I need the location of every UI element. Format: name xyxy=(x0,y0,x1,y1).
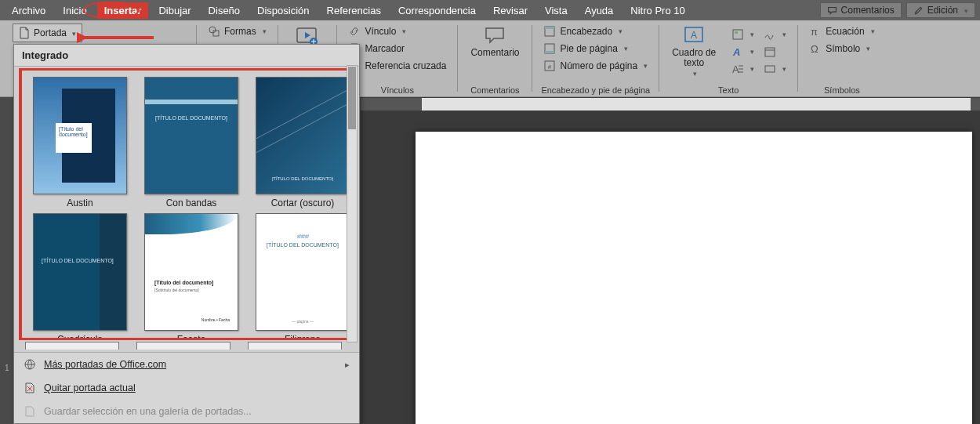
link-button[interactable]: Vínculo xyxy=(345,24,449,39)
wordart-button[interactable]: A xyxy=(728,44,757,60)
ribbon-group-header-footer: Encabezado Pie de página # Número de pág… xyxy=(532,20,659,96)
thumb-label: Cortar (oscuro) xyxy=(271,198,335,208)
comments-button[interactable]: Comentarios xyxy=(820,2,902,18)
editing-label: Edición xyxy=(927,5,958,16)
cover-thumb-faceta[interactable]: [Título del documento][Subtítulo del doc… xyxy=(141,213,241,340)
menu-diseño[interactable]: Diseño xyxy=(201,2,247,19)
more-covers-item[interactable]: Más portadas de Office.com ▸ xyxy=(14,353,359,376)
thumb-label: Filigrana xyxy=(285,334,321,340)
textbox-label: Cuadro de texto xyxy=(672,48,716,68)
comment-button[interactable]: Comentario xyxy=(466,24,524,60)
svg-rect-22 xyxy=(765,66,775,72)
cross-ref-button[interactable]: Referencia cruzada xyxy=(345,58,449,74)
svg-point-1 xyxy=(209,27,216,33)
symbol-button[interactable]: Ω Símbolo xyxy=(806,41,877,56)
group-label: Comentarios xyxy=(466,84,524,95)
svg-rect-18 xyxy=(735,31,738,34)
remove-cover-label: Quitar portada actual xyxy=(44,382,136,393)
remove-cover-item[interactable]: Quitar portada actual xyxy=(14,376,359,400)
more-covers-label: Más portadas de Office.com xyxy=(44,359,166,370)
signature-button[interactable] xyxy=(760,27,789,42)
signature-icon xyxy=(764,28,776,41)
page-number-button[interactable]: # Número de página xyxy=(540,58,651,74)
chevron-down-icon xyxy=(962,5,968,16)
cover-thumb-fil[interactable]: ⸙⸙⸙[TÍTULO DEL DOCUMENTO]— página —Filig… xyxy=(252,213,353,340)
page-number-icon: # xyxy=(543,60,556,72)
svg-text:A: A xyxy=(691,30,697,41)
dropcap-icon: A xyxy=(731,63,744,75)
group-label: Vínculos xyxy=(345,84,449,95)
document-area[interactable] xyxy=(361,111,980,424)
svg-rect-21 xyxy=(765,48,775,56)
menu-dibujar[interactable]: Dibujar xyxy=(151,2,198,19)
menu-archivo[interactable]: Archivo xyxy=(5,2,53,19)
equation-button[interactable]: π Ecuación xyxy=(806,24,877,39)
svg-rect-2 xyxy=(213,31,219,36)
menu-inicio[interactable]: Inicio xyxy=(56,2,93,19)
gallery-next-row-peek xyxy=(20,342,353,352)
equation-label: Ecuación xyxy=(826,26,864,37)
cover-page-gallery: Integrado [Título del documento]Austin[T… xyxy=(13,44,360,424)
footer-icon xyxy=(543,42,556,55)
drop-cap-button[interactable]: A xyxy=(728,61,757,77)
object-icon xyxy=(764,63,776,75)
page-icon xyxy=(19,27,30,39)
svg-rect-17 xyxy=(733,30,742,39)
textbox-icon: A xyxy=(683,25,705,45)
cover-thumb-cortar[interactable]: [TÍTULO DEL DOCUMENTO]Cortar (oscuro) xyxy=(252,77,353,208)
page[interactable] xyxy=(416,132,972,424)
cover-thumb-cuad[interactable]: [TÍTULO DEL DOCUMENTO]Cuadrícula xyxy=(30,213,130,340)
menu-revisar[interactable]: Revisar xyxy=(486,2,535,19)
bookmark-label: Marcador xyxy=(365,43,405,54)
gallery-scrollbar[interactable] xyxy=(347,65,358,342)
cover-page-label: Portada xyxy=(34,27,67,38)
comment-icon xyxy=(827,5,837,16)
globe-icon xyxy=(24,358,36,371)
bookmark-button[interactable]: Marcador xyxy=(345,41,449,56)
chevron-right-icon: ▸ xyxy=(345,360,350,370)
save-to-gallery-item: Guardar selección en una galería de port… xyxy=(14,400,359,423)
object-button[interactable] xyxy=(760,61,789,77)
equation-icon: π xyxy=(809,25,822,38)
menu-nitro pro 10[interactable]: Nitro Pro 10 xyxy=(623,2,691,19)
wordart-icon: A xyxy=(731,45,744,58)
cover-page-button[interactable]: Portada xyxy=(13,24,82,42)
symbol-label: Símbolo xyxy=(826,43,860,54)
chevron-down-icon xyxy=(71,27,76,38)
svg-rect-10 xyxy=(545,27,554,29)
cover-thumb-bandas[interactable]: [TÍTULO DEL DOCUMENTO]Con bandas xyxy=(141,77,241,208)
header-label: Encabezado xyxy=(560,26,612,37)
menu-disposición[interactable]: Disposición xyxy=(250,2,316,19)
horizontal-ruler[interactable] xyxy=(361,97,980,111)
menu-vista[interactable]: Vista xyxy=(538,2,575,19)
link-icon xyxy=(348,25,361,38)
quick-parts-button[interactable] xyxy=(728,27,757,42)
remove-page-icon xyxy=(24,382,36,394)
editing-button[interactable]: Edición xyxy=(906,2,975,18)
shapes-label: Formas xyxy=(224,26,256,37)
cover-thumb-austin[interactable]: [Título del documento]Austin xyxy=(30,77,130,208)
menu-insertar[interactable]: Insertar xyxy=(97,2,149,19)
menu-correspondencia[interactable]: Correspondencia xyxy=(391,2,483,19)
group-label: Texto xyxy=(667,84,789,95)
footer-button[interactable]: Pie de página xyxy=(540,41,651,56)
comment-label: Comentario xyxy=(470,48,519,58)
header-button[interactable]: Encabezado xyxy=(540,24,651,39)
group-label: Símbolos xyxy=(806,84,877,95)
svg-rect-12 xyxy=(545,51,554,53)
textbox-button[interactable]: A Cuadro de texto xyxy=(667,24,720,80)
menu-ayuda[interactable]: Ayuda xyxy=(578,2,621,19)
gallery-footer: Más portadas de Office.com ▸ Quitar port… xyxy=(14,352,359,423)
svg-text:A: A xyxy=(732,46,740,58)
shapes-button[interactable]: Formas xyxy=(205,24,270,39)
thumb-label: Faceta xyxy=(177,334,206,340)
menu-referencias[interactable]: Referencias xyxy=(320,2,388,19)
shapes-icon xyxy=(208,25,220,38)
thumb-label: Austin xyxy=(67,198,93,208)
cross-ref-label: Referencia cruzada xyxy=(365,60,446,71)
comment-icon xyxy=(483,25,506,45)
date-time-button[interactable] xyxy=(760,44,789,60)
pencil-icon xyxy=(913,5,924,16)
svg-text:π: π xyxy=(811,26,818,38)
ribbon-group-comments: Comentario Comentarios xyxy=(458,20,532,96)
